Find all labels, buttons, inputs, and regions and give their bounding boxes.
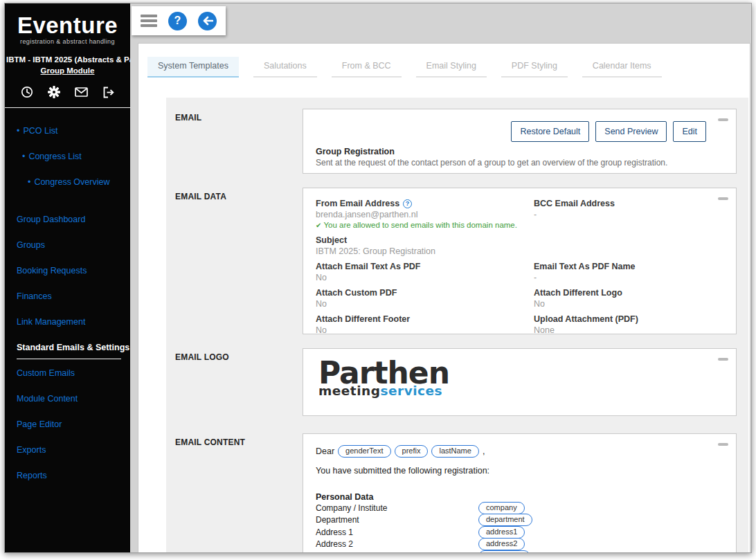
field-label: Attach Different Logo (534, 288, 723, 298)
email-content-card: Dear genderText prefix lastName , You ha… (303, 433, 737, 552)
collapse-icon[interactable] (718, 118, 728, 121)
merge-token-prefix[interactable]: prefix (395, 445, 429, 458)
sidebar-item-label: Congress List (28, 152, 81, 161)
logo-sub-dark: meeting (318, 383, 380, 398)
sidebar-item-page-editor[interactable]: Page Editor (5, 411, 130, 437)
sidebar-item-custom-emails[interactable]: Custom Emails (5, 360, 130, 386)
bcc-email-value: - (534, 209, 723, 220)
sidebar-item-group-dashboard[interactable]: Group Dashboard (5, 206, 130, 232)
collapse-icon[interactable] (718, 197, 728, 200)
hamburger-menu-icon[interactable] (141, 12, 157, 30)
sidebar-icon-row (5, 86, 130, 98)
sidebar-item-label: Booking Requests (17, 266, 87, 276)
merge-token-address1[interactable]: address1 (478, 526, 525, 539)
tab-salutations[interactable]: Salutations (253, 57, 317, 78)
section-email-logo: EMAIL LOGO Parthen meetingservices (175, 348, 737, 416)
attach-different-footer-field: Attach Different Footer No (316, 314, 534, 336)
bullet: • (28, 177, 30, 187)
data-row: Attach Custom PDF No Attach Different Lo… (316, 288, 723, 309)
content-row-label: Address 1 (316, 527, 478, 537)
merge-token-company[interactable]: company (478, 502, 525, 514)
top-toolbar: ? (132, 6, 226, 35)
sidebar-nav: •PCO List •Congress List •Congress Overv… (5, 118, 130, 488)
data-row: Attach Email Text As PDF No Email Text A… (316, 262, 723, 283)
group-module-link[interactable]: Group Module (5, 66, 130, 75)
personal-data-heading: Personal Data (316, 492, 723, 502)
tab-from-bcc[interactable]: From & BCC (332, 57, 402, 78)
history-clock-icon[interactable] (21, 86, 33, 98)
sidebar-item-label: Congress Overview (34, 177, 109, 187)
section-label-email-data: EMAIL DATA (175, 188, 303, 334)
email-data-card: From Email Address? brenda.jansen@parthe… (303, 188, 737, 334)
brand-tagline: registration & abstract handling (5, 38, 130, 45)
sidebar-item-exports[interactable]: Exports (5, 437, 130, 462)
attach-email-text-field: Attach Email Text As PDF No (316, 262, 534, 283)
field-label: Attach Different Footer (316, 314, 534, 325)
sidebar-item-finances[interactable]: Finances (5, 283, 130, 309)
attach-custom-pdf-field: Attach Custom PDF No (316, 288, 534, 309)
collapse-icon[interactable] (718, 358, 728, 361)
sidebar-item-label: Custom Emails (17, 368, 75, 378)
email-envelope-icon[interactable] (75, 87, 88, 98)
sidebar-item-pco-list[interactable]: •PCO List (5, 118, 130, 143)
merge-token-postalcode[interactable]: postalcode (478, 550, 530, 552)
email-card: Restore Default Send Preview Edit Group … (303, 109, 737, 174)
greeting-text: Dear (316, 446, 334, 456)
collapse-icon[interactable] (718, 443, 728, 446)
content-row-label: Company / Institute (316, 503, 478, 513)
data-row: Attach Different Footer No Upload Attach… (316, 314, 723, 336)
sidebar-item-label: Link Management (17, 317, 85, 327)
sidebar: Eventure registration & abstract handlin… (5, 3, 130, 552)
greeting-line: Dear genderText prefix lastName , (316, 445, 723, 458)
merge-token-gendertext[interactable]: genderText (338, 445, 390, 458)
bullet: • (22, 152, 25, 161)
merge-token-department[interactable]: department (478, 514, 532, 526)
domain-allowed-text: You are allowed to send emails with this… (323, 221, 517, 229)
upload-attachment-field: Upload Attachment (PDF) None (534, 314, 723, 336)
content-row-label: Department (316, 515, 478, 525)
tab-calendar-items[interactable]: Calendar Items (582, 57, 662, 78)
tab-system-templates[interactable]: System Templates (147, 57, 239, 78)
sidebar-item-congress-list[interactable]: •Congress List (5, 143, 130, 169)
sidebar-item-label: Finances (17, 291, 52, 301)
main-area: ? System Templates Salutations From & BC… (130, 3, 751, 552)
sidebar-item-label: Standard Emails & Settings (17, 343, 129, 352)
sidebar-item-label: Groups (17, 240, 45, 250)
tab-email-styling[interactable]: Email Styling (416, 57, 487, 78)
edit-button[interactable]: Edit (673, 121, 706, 142)
merge-token-lastname[interactable]: lastName (431, 445, 478, 458)
sidebar-divider (5, 107, 130, 108)
back-icon[interactable] (198, 12, 217, 30)
question-circle-icon[interactable]: ? (403, 199, 412, 208)
send-preview-button[interactable]: Send Preview (595, 121, 667, 142)
section-email-content: EMAIL CONTENT Dear genderText prefix las… (175, 433, 737, 552)
sidebar-item-congress-overview[interactable]: •Congress Overview (5, 169, 130, 195)
field-value: No (316, 325, 534, 336)
email-template-description: Sent at the request of the contact perso… (316, 158, 667, 168)
merge-token-address2[interactable]: address2 (478, 538, 525, 550)
settings-gear-icon[interactable] (48, 86, 60, 98)
sidebar-item-groups[interactable]: Groups (5, 232, 130, 258)
tab-pdf-styling[interactable]: PDF Styling (501, 57, 568, 78)
sidebar-item-standard-emails-settings[interactable]: Standard Emails & Settings (5, 334, 130, 360)
restore-default-button[interactable]: Restore Default (511, 121, 589, 142)
section-label-email: EMAIL (175, 109, 303, 174)
email-template-title: Group Registration (316, 147, 395, 156)
field-value: None (534, 325, 723, 336)
field-label: Upload Attachment (PDF) (534, 314, 723, 325)
domain-allowed-note: ✔You are allowed to send emails with thi… (316, 220, 534, 231)
sidebar-item-module-content[interactable]: Module Content (5, 386, 130, 411)
bcc-email-label: BCC Email Address (534, 199, 723, 209)
help-icon[interactable]: ? (168, 12, 187, 30)
logout-icon[interactable] (102, 87, 115, 98)
checkmark-icon: ✔ (316, 222, 321, 229)
section-email: EMAIL Restore Default Send Preview Edit … (175, 109, 737, 174)
sidebar-item-reports[interactable]: Reports (5, 462, 130, 488)
parthen-logo: Parthen meetingservices (318, 357, 449, 398)
sidebar-item-booking-requests[interactable]: Booking Requests (5, 258, 130, 283)
sidebar-item-label: Page Editor (17, 419, 62, 429)
sidebar-item-label: Exports (17, 445, 46, 455)
sidebar-item-link-management[interactable]: Link Management (5, 309, 130, 334)
data-row: Subject IBTM 2025: Group Registration (316, 235, 723, 257)
congress-title: IBTM - IBTM 2025 (Abstracts & Par... (5, 55, 130, 64)
